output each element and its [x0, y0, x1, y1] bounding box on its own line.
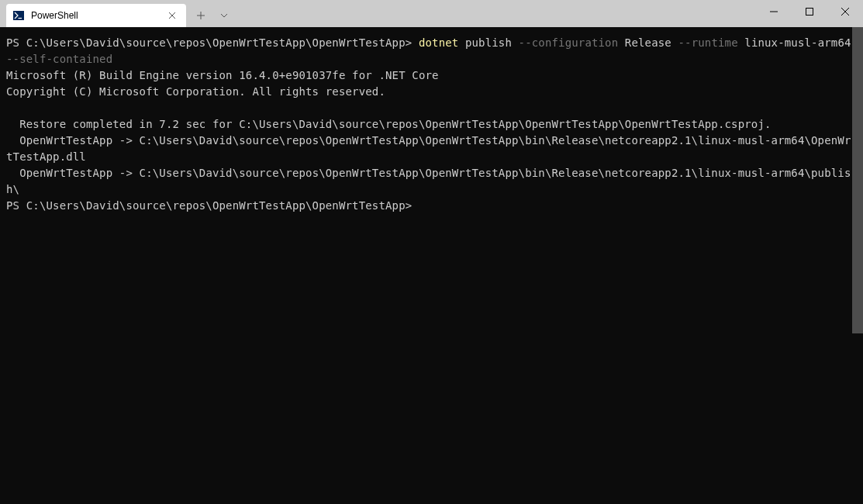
svg-rect-0	[13, 11, 24, 20]
close-tab-button[interactable]	[166, 9, 178, 22]
cmd-token-dotnet: dotnet	[419, 36, 458, 49]
cmd-token-release: Release	[618, 36, 678, 49]
close-window-button[interactable]	[827, 0, 863, 23]
svg-rect-3	[806, 9, 813, 16]
scrollbar-thumb[interactable]	[852, 27, 863, 333]
cmd-token-runtime: --runtime	[678, 36, 738, 49]
cmd-token-publish: publish	[458, 36, 518, 49]
output-line: Restore completed in 7.2 sec for C:\User…	[6, 118, 772, 130]
tab-content: PowerShell	[12, 9, 78, 22]
maximize-button[interactable]	[792, 0, 827, 23]
cmd-token-config: --configuration	[519, 36, 619, 49]
minimize-button[interactable]	[756, 0, 792, 23]
cmd-token-rid: linux-musl-arm64	[738, 36, 858, 49]
terminal-output[interactable]: PS C:\Users\David\source\repos\OpenWrtTe…	[0, 27, 863, 504]
tab-powershell[interactable]: PowerShell	[6, 4, 186, 27]
output-line: Microsoft (R) Build Engine version 16.4.…	[6, 69, 439, 81]
window-controls	[756, 0, 863, 23]
prompt: PS C:\Users\David\source\repos\OpenWrtTe…	[6, 36, 419, 49]
output-line: Copyright (C) Microsoft Corporation. All…	[6, 85, 385, 98]
output-line: OpenWrtTestApp -> C:\Users\David\source\…	[6, 167, 851, 195]
powershell-icon	[12, 9, 25, 22]
tab-dropdown-button[interactable]	[212, 4, 236, 27]
titlebar: PowerShell	[0, 0, 863, 27]
output-line: OpenWrtTestApp -> C:\Users\David\source\…	[6, 134, 851, 163]
cmd-token-self: --self-contained	[6, 53, 112, 65]
prompt: PS C:\Users\David\source\repos\OpenWrtTe…	[6, 199, 419, 212]
tab-title: PowerShell	[31, 10, 78, 21]
new-tab-button[interactable]	[189, 4, 212, 27]
